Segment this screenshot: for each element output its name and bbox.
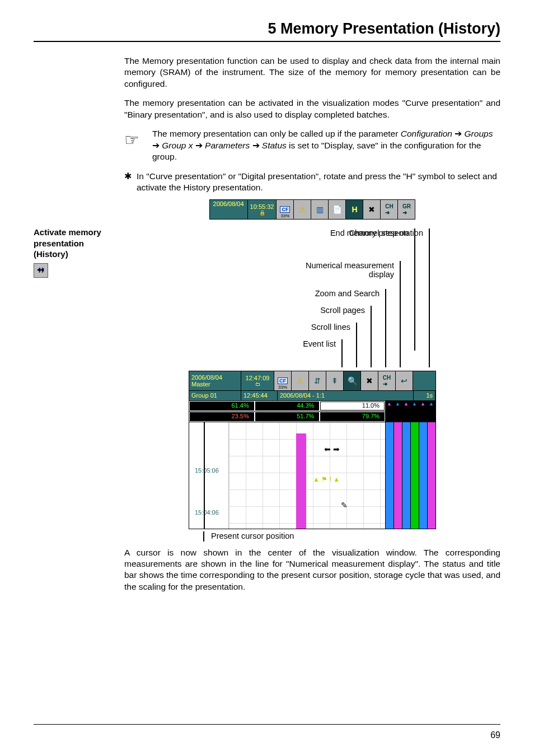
ch-button[interactable]: CH➜: [381, 200, 398, 219]
toolbar-time: 10:55:32 🔒: [248, 200, 277, 219]
hand-icon: ☞: [124, 128, 152, 148]
viz-time: 12:47:09: [246, 375, 270, 381]
group-label: Group 01: [189, 391, 241, 401]
footer-rule: [34, 724, 500, 725]
toolbar-top: 2006/08/04 10:55:32 🔒 CF33% ⚠ ▥ 📄 H ✖ CH…: [209, 199, 416, 220]
tools-icon[interactable]: ✖: [361, 371, 378, 390]
time-tick-2: 15:04:06: [195, 509, 219, 516]
data-bar: [296, 433, 306, 529]
explain-para: A cursor is now shown in the center of t…: [124, 547, 500, 593]
bullet-text: In "Curve presentation" or "Digital pres…: [137, 171, 500, 194]
group-date: 2006/08/04 - 1:1: [278, 391, 414, 401]
alarm-icon[interactable]: ⚠: [292, 371, 309, 390]
h-button[interactable]: H: [346, 200, 363, 219]
callout-area: End memory presentation Channel step-on …: [172, 228, 452, 367]
callout-channel-step: Channel step-on: [349, 228, 409, 237]
group-time: 12:45:44: [241, 391, 278, 401]
page-icon[interactable]: 📄: [329, 200, 346, 219]
pan-arrows-icon[interactable]: ⬅ ➡: [324, 445, 340, 454]
callout-scroll-pages: Scroll pages: [320, 306, 365, 315]
side-label: Activate memory presentation (History): [34, 227, 118, 260]
callout-scroll-lines: Scroll lines: [311, 323, 350, 332]
scroll-lines-button[interactable]: ⇵: [309, 371, 326, 390]
zoom-search-button[interactable]: 🔍: [344, 371, 361, 390]
pencil-icon: ✎: [341, 501, 348, 510]
values-row-1: 61.4% 44.3% 11.0% ▲ ▲ ▲ ▲ ▲ ▲: [189, 401, 435, 412]
cursor-line-axis: [204, 422, 205, 529]
end-button[interactable]: ↩: [396, 371, 413, 390]
visualization-window: 2006/08/04 Master 12:47:09 🗀 CF33% ⚠ ⇵ ⇞…: [189, 371, 436, 529]
binary-strip: [385, 422, 435, 529]
cf-icon[interactable]: CF33%: [277, 200, 294, 219]
callout-zoom: Zoom and Search: [315, 289, 380, 298]
chapter-title: 5 Memory Presentation (History): [34, 20, 500, 38]
time-tick-1: 15:05:06: [195, 467, 219, 474]
caption-leader: [203, 531, 204, 542]
intro-para-1: The Memory presentation function can be …: [124, 55, 500, 90]
bullet-star: ✱: [124, 171, 137, 182]
chart-area: 15:05:06 15:04:06 ⬅ ➡ ▲ ⚑ ! ▲ ✎: [189, 422, 435, 529]
history-icon: H◀◀: [34, 263, 48, 278]
title-rule: [34, 41, 500, 42]
ch-button[interactable]: CH➜: [378, 371, 396, 390]
alarm-markers: ▲ ⚑ ! ▲: [313, 475, 340, 483]
cf-icon[interactable]: CF33%: [274, 371, 292, 390]
gr-button[interactable]: GR➜: [398, 200, 415, 219]
viz-date: 2006/08/04: [191, 374, 238, 381]
tools-icon[interactable]: ✖: [363, 200, 381, 219]
callout-event-list: Event list: [303, 339, 336, 348]
chart-icon[interactable]: ▥: [311, 200, 329, 219]
toolbar-date: 2006/08/04: [210, 200, 248, 219]
cursor-caption: Present cursor position: [211, 531, 294, 540]
values-row-2: 23.5% 51.7% 79.7%: [189, 412, 435, 422]
intro-para-2: The memory presentation can be activated…: [124, 97, 500, 120]
group-interval: 1s: [414, 391, 435, 401]
viz-master: Master: [191, 381, 238, 388]
scroll-pages-button[interactable]: ⇞: [326, 371, 344, 390]
callout-numerical: Numerical measurementdisplay: [306, 261, 394, 279]
alarm-icon[interactable]: ⚠: [294, 200, 311, 219]
note-text: The memory presentation can only be call…: [152, 128, 500, 162]
page-number: 69: [490, 730, 500, 740]
